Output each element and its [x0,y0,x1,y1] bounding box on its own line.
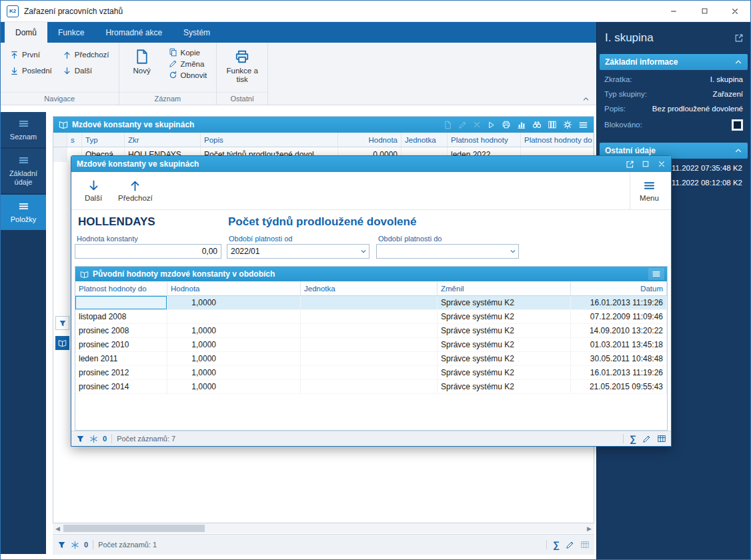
edit-pencil-icon[interactable] [642,435,651,443]
new-record-icon[interactable] [444,121,452,129]
col-header-typ[interactable]: Typ [82,133,125,147]
scrollbar-track[interactable] [63,523,584,533]
period-from-input[interactable] [227,244,369,259]
form-icon [18,155,29,166]
history-grid-menu-button[interactable] [648,268,664,280]
sum-icon[interactable]: ∑ [553,540,560,549]
filter-icon[interactable] [76,435,85,443]
snowflake-icon[interactable] [89,435,98,443]
chevron-up-icon [734,147,742,155]
col-header-platnost[interactable]: Platnost hodnoty [448,133,521,147]
table-row[interactable]: prosinec 2014 1,0000 Správce systému K2 … [75,380,667,394]
col-header-datum[interactable]: Datum [571,281,667,295]
book-icon [58,339,67,347]
book-icon [59,120,68,129]
functions-print-button[interactable]: Funkce a tisk [222,47,262,91]
col-header-platnost-do[interactable]: Platnost hodnoty do [521,133,594,147]
scrollbar-thumb[interactable] [63,525,205,532]
section-title: Ostatní údaje [605,146,656,155]
delete-record-icon[interactable] [473,121,481,129]
c-datum: 21.05.2015 09:55:43 [571,380,667,393]
chevron-down-icon[interactable] [510,248,516,255]
gear-icon[interactable] [563,120,572,129]
tab-funkce[interactable]: Funkce [47,22,95,43]
previous-record-button[interactable]: Předchozí [113,172,158,209]
cell-platnost-do [75,296,167,309]
table-row[interactable]: prosinec 2012 1,0000 Správce systému K2 … [75,366,667,380]
menu-button[interactable]: Menu [630,172,668,209]
col-header-zmenil[interactable]: Změnil [438,281,571,295]
minimize-button[interactable] [658,1,689,21]
quick-filter-button[interactable] [55,316,69,330]
change-button[interactable]: Změna [165,58,211,69]
col-header-popis[interactable]: Popis [201,133,338,147]
scroll-left-arrow[interactable]: ◀ [53,523,63,533]
popout-icon[interactable] [734,33,744,43]
table-edit-icon[interactable] [657,434,666,443]
refresh-button[interactable]: Obnovit [165,69,211,81]
edit-pencil-icon[interactable] [566,541,574,549]
frozen-count: 0 [103,435,107,443]
table-row[interactable]: leden 2011 1,0000 Správce systému K2 30.… [75,352,667,366]
field-label: Blokováno: [604,121,642,129]
blocked-checkbox[interactable] [732,119,743,131]
ribbon-group-navigace: První Poslední Předchozí Další Navigace [1,43,119,105]
col-header-s[interactable]: s [67,133,82,147]
col-header-platnost-do[interactable]: Platnost hodnoty do [75,281,167,295]
cell-datum: 16.01.2013 11:19:26 [571,366,667,379]
col-header-hodnota[interactable]: Hodnota [167,281,301,295]
previous-button[interactable]: Předchozí [59,47,113,63]
new-button[interactable]: Nový [125,47,159,91]
sidebar-item-seznam[interactable]: Seznam [1,112,46,147]
snowflake-icon[interactable] [71,541,79,549]
sum-icon[interactable]: ∑ [630,434,636,443]
cell-jednotka [301,380,438,393]
scroll-right-arrow[interactable]: ▶ [584,523,594,533]
run-icon[interactable] [487,121,496,129]
filter-icon[interactable] [57,541,66,549]
last-button[interactable]: Poslední [6,63,56,79]
constant-value-input[interactable] [75,244,221,259]
tab-system[interactable]: Systém [173,22,221,43]
table-row[interactable]: prosinec 2008 1,0000 Správce systému K2 … [75,324,667,338]
grid-menu-icon[interactable] [578,120,588,130]
col-header-jednotka[interactable]: Jednotka [301,281,438,295]
maximize-button[interactable] [639,157,652,171]
table-row[interactable]: 1,0000 Správce systému K2 16.01.2013 11:… [75,296,667,310]
sidebar-item-zakladni-udaje[interactable]: Základní údaje [1,149,46,193]
tab-domu[interactable]: Domů [5,22,47,43]
copy-button[interactable]: Kopie [165,47,211,58]
field-typ-skupiny: Typ skupiny: Zařazení [600,87,748,101]
edit-record-icon[interactable] [458,121,467,129]
col-header-zkr[interactable]: Zkr [125,133,201,147]
dialog-toolbar: Další Předchozí Menu [71,172,671,210]
cell-platnost-do: listopad 2008 [75,310,167,323]
first-button[interactable]: První [6,47,56,63]
columns-icon[interactable] [548,120,557,129]
table-edit-icon[interactable] [580,540,590,549]
close-button[interactable] [655,157,668,171]
ribbon-collapse-button[interactable] [582,95,590,103]
table-row[interactable]: listopad 2008 Správce systému K2 07.12.2… [75,310,667,324]
chart-icon[interactable] [517,120,526,129]
sidebar-item-polozky[interactable]: Položky [1,195,46,230]
next-button[interactable]: Další [59,63,113,79]
horizontal-scrollbar[interactable]: ◀ ▶ [53,523,594,533]
dialog-title-bar[interactable]: Mzdové konstanty ve skupinách [71,156,671,172]
next-record-button[interactable]: Další [74,172,113,209]
dialog-title: Mzdové konstanty ve skupinách [77,159,199,169]
chevron-down-icon[interactable] [360,248,367,255]
search-binoculars-icon[interactable] [532,120,542,129]
col-header-hodnota[interactable]: Hodnota [338,133,402,147]
section-header-zakladni-informace[interactable]: Základní informace [600,54,748,70]
table-row[interactable]: prosinec 2010 1,0000 Správce systému K2 … [75,338,667,352]
popout-button[interactable] [623,157,636,171]
period-to-input[interactable] [376,244,519,259]
book-view-button[interactable] [55,336,69,350]
tab-hromadne-akce[interactable]: Hromadné akce [95,22,173,43]
col-header-jednotka[interactable]: Jednotka [402,133,448,147]
cell-hodnota: 1,0000 [167,352,301,365]
print-icon[interactable] [502,120,511,129]
maximize-button[interactable] [689,1,720,21]
close-button[interactable] [720,1,750,21]
